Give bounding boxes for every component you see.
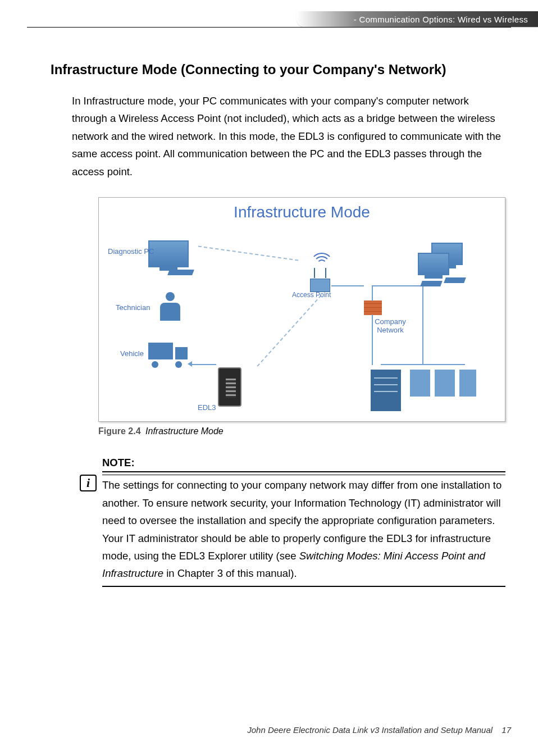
- connector-line: [372, 285, 373, 301]
- person-icon: [158, 292, 182, 325]
- note-rule: [102, 471, 505, 472]
- note-block: NOTE: i The settings for connecting to y…: [80, 457, 505, 587]
- note-text-post: in Chapter 3 of this manual).: [163, 567, 297, 579]
- server-icon: [410, 370, 430, 397]
- edl3-device-icon: [218, 367, 241, 407]
- monitor-icon: [148, 240, 189, 267]
- connector-line: [422, 286, 423, 365]
- label-vehicle: Vehicle: [120, 349, 144, 358]
- footer-manual: John Deere Electronic Data Link v3 Insta…: [247, 725, 493, 735]
- access-point-icon: [310, 279, 330, 292]
- footer-page: 17: [501, 725, 511, 735]
- label-company-network: Company Network: [371, 317, 410, 334]
- label-technician: Technician: [116, 303, 150, 312]
- figure-number: Figure 2.4: [98, 426, 141, 436]
- section-paragraph: In Infrastructure mode, your PC communic…: [72, 92, 505, 180]
- header-band: - Communication Options: Wired vs Wirele…: [297, 11, 538, 27]
- header-rule: [27, 27, 511, 28]
- keyboard-icon: [420, 281, 443, 286]
- header-breadcrumb: - Communication Options: Wired vs Wirele…: [354, 15, 528, 24]
- section-title: Infrastructure Mode (Connecting to your …: [51, 62, 511, 78]
- wireless-link: [198, 246, 299, 261]
- connector-line: [381, 364, 465, 365]
- info-icon: i: [80, 475, 97, 491]
- label-edl3: EDL3: [198, 403, 216, 412]
- figure-title: Infrastructure Mode: [108, 203, 496, 221]
- truck-icon: [148, 343, 188, 368]
- label-diagnostic-pc: Diagnostic PC: [108, 247, 154, 256]
- monitor-icon: [418, 253, 449, 275]
- server-rack-icon: [371, 370, 401, 411]
- firewall-icon: [364, 300, 382, 315]
- footer: John Deere Electronic Data Link v3 Insta…: [247, 725, 511, 735]
- note-text-pre: The settings for connecting to your comp…: [102, 479, 501, 562]
- connector-line: [331, 285, 364, 286]
- figure-block: Infrastructure Mode Diagnostic PC Techni…: [98, 197, 505, 436]
- figure-caption: Figure 2.4 Infrastructure Mode: [98, 426, 505, 436]
- figure-box: Infrastructure Mode Diagnostic PC Techni…: [98, 197, 505, 422]
- connector-line: [189, 364, 216, 365]
- note-label: NOTE:: [102, 457, 505, 469]
- keyboard-icon: [444, 277, 466, 283]
- diagram: Diagnostic PC Technician Vehicle EDL3: [108, 225, 496, 416]
- note-body: The settings for connecting to your comp…: [102, 475, 505, 582]
- keyboard-icon: [167, 270, 194, 275]
- figure-caption-text: Infrastructure Mode: [145, 426, 224, 436]
- note-rule: [102, 586, 505, 587]
- wireless-link: [257, 295, 321, 367]
- server-icon: [435, 370, 455, 397]
- wifi-waves-icon: [308, 247, 336, 275]
- arrowhead-icon: [188, 361, 192, 367]
- server-icon: [459, 370, 476, 397]
- connector-line: [372, 285, 422, 286]
- label-access-point: Access Point: [292, 291, 331, 299]
- connector-line: [372, 315, 373, 365]
